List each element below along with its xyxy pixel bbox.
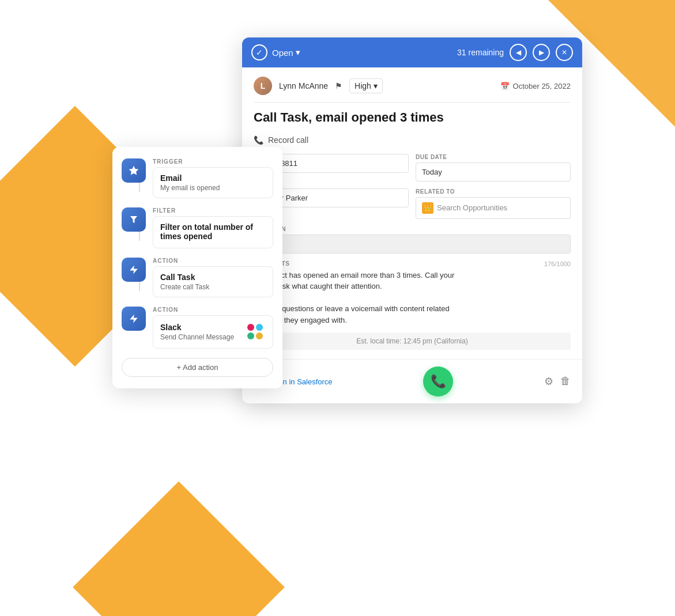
- action-slack-content: ACTION Slack Send Channel Message: [153, 307, 273, 349]
- meta-row: L Lynn McAnne ⚑ High ▾ 📅 October 25, 202…: [254, 77, 571, 103]
- action-slack-subtitle: Send Channel Message: [160, 333, 234, 341]
- duration-input[interactable]: [254, 235, 571, 254]
- action-call-content: ACTION Call Task Create call Task: [153, 258, 273, 297]
- due-date-label: DUE DATE: [416, 154, 571, 160]
- comments-count: 176/1000: [544, 260, 571, 267]
- trigger-title: Email: [160, 173, 266, 183]
- related-to-group: RELATED TO 👑 Search Opportunities: [416, 188, 571, 219]
- task-date: October 25, 2022: [513, 82, 571, 90]
- crm-card: ✓ Open ▾ 31 remaining ◀ ▶ ✕ L Lynn McAnn…: [242, 37, 582, 403]
- settings-icon[interactable]: ⚙: [544, 375, 553, 388]
- dropdown-arrow-icon: ▾: [296, 47, 300, 58]
- trigger-label: TRIGGER: [153, 158, 273, 165]
- slack-dot-red: [247, 324, 254, 331]
- record-call-row: 📞 Record call: [254, 135, 571, 145]
- comments-line4: wer any questions or leave a voicemail w…: [254, 304, 450, 313]
- calendar-icon: 📅: [500, 82, 510, 90]
- trigger-subtitle: My email is opened: [160, 184, 266, 192]
- crm-header-left: ✓ Open ▾: [251, 44, 300, 61]
- footer-icons: ⚙ 🗑: [544, 375, 571, 388]
- action-call-task-item: ACTION Call Task Create call Task: [122, 258, 273, 297]
- add-action-label: + Add action: [177, 363, 218, 372]
- date-section: 📅 October 25, 2022: [500, 82, 571, 90]
- task-title: Call Task, email opened 3 times: [254, 109, 571, 126]
- open-status-button[interactable]: Open ▾: [272, 47, 300, 58]
- trigger-content: TRIGGER Email My email is opened: [153, 158, 273, 198]
- priority-dropdown-icon: ▾: [374, 81, 378, 90]
- filter-card[interactable]: Filter on total number of times opened: [153, 216, 273, 248]
- avatar-image: L: [254, 77, 272, 95]
- call-fab-button[interactable]: 📞: [423, 366, 453, 396]
- due-date-input[interactable]: [416, 162, 571, 182]
- record-call-label: Record call: [268, 135, 308, 145]
- delete-icon[interactable]: 🗑: [560, 375, 571, 388]
- bg-shape-bottom: [73, 481, 285, 616]
- due-date-group: DUE DATE: [416, 154, 571, 182]
- add-action-button[interactable]: + Add action: [122, 358, 273, 377]
- slack-dot-blue: [256, 324, 263, 331]
- slack-logo: [245, 322, 266, 342]
- contact-related-row: RELATED TO 👑 Search Opportunities: [254, 188, 571, 219]
- local-time-text: Est. local time: 12:45 pm (California): [356, 337, 467, 345]
- crm-footer: ☁ Open in Salesforce 📞 ⚙ 🗑: [242, 359, 582, 403]
- action-call-icon-wrap: [122, 258, 146, 282]
- filter-icon-wrap: [122, 207, 146, 232]
- crm-header: ✓ Open ▾ 31 remaining ◀ ▶ ✕: [242, 37, 582, 67]
- action-slack-item: ACTION Slack Send Channel Message: [122, 307, 273, 349]
- local-time-bar: Est. local time: 12:45 pm (California): [254, 332, 571, 350]
- filter-label: FILTER: [153, 207, 273, 214]
- next-button[interactable]: ▶: [533, 44, 550, 61]
- trigger-card[interactable]: Email My email is opened: [153, 167, 273, 198]
- connector-1: [139, 183, 140, 192]
- filter-content: FILTER Filter on total number of times o…: [153, 207, 273, 248]
- remaining-count: 31 remaining: [457, 48, 504, 57]
- user-name: Lynn McAnne: [279, 81, 328, 90]
- crm-body: L Lynn McAnne ⚑ High ▾ 📅 October 25, 202…: [242, 67, 582, 359]
- action-slack-card[interactable]: Slack Send Channel Message: [153, 315, 273, 349]
- close-button[interactable]: ✕: [556, 44, 573, 61]
- prev-button[interactable]: ◀: [510, 44, 527, 61]
- status-label: Open: [272, 48, 293, 58]
- action-call-card[interactable]: Call Task Create call Task: [153, 266, 273, 297]
- action-slack-icon-wrap: [122, 307, 146, 331]
- slack-dot-yellow: [256, 332, 263, 339]
- action-slack-label: ACTION: [153, 307, 273, 313]
- related-to-label: RELATED TO: [416, 188, 571, 195]
- comments-line1: r prospect has opened an email more than…: [254, 271, 454, 279]
- connector-3: [139, 282, 140, 291]
- phone-icon: 📞: [254, 135, 263, 145]
- slack-dot-green: [247, 332, 254, 339]
- check-icon: ✓: [251, 44, 267, 61]
- search-opportunities-placeholder: Search Opportunities: [437, 203, 507, 212]
- trigger-item: TRIGGER Email My email is opened: [122, 158, 273, 198]
- avatar: L: [254, 77, 272, 95]
- filter-title: Filter on total number of times opened: [160, 222, 266, 241]
- call-fab-icon: 📞: [431, 374, 446, 389]
- duration-row: DURATION: [254, 226, 571, 254]
- filter-item: FILTER Filter on total number of times o…: [122, 207, 273, 248]
- slack-dots: [247, 324, 263, 340]
- comments-section: COMMENTS 176/1000 r prospect has opened …: [254, 260, 571, 326]
- phone-duedate-row: DUE DATE: [254, 154, 571, 182]
- crm-header-right: 31 remaining ◀ ▶ ✕: [457, 44, 573, 61]
- priority-select[interactable]: High ▾: [349, 78, 383, 93]
- comments-header: COMMENTS 176/1000: [254, 260, 571, 267]
- related-to-input[interactable]: 👑 Search Opportunities: [416, 197, 571, 219]
- action-call-subtitle: Create call Task: [160, 283, 266, 291]
- trigger-icon-wrap: [122, 158, 146, 183]
- opportunity-icon: 👑: [422, 202, 433, 214]
- flag-icon: ⚑: [335, 81, 342, 90]
- action-call-label: ACTION: [153, 258, 273, 264]
- comments-text: r prospect has opened an email more than…: [254, 270, 571, 326]
- action-slack-title: Slack: [160, 323, 234, 332]
- connector-2: [139, 232, 140, 241]
- duration-label: DURATION: [254, 226, 571, 232]
- automation-panel: TRIGGER Email My email is opened FILTER …: [112, 147, 282, 388]
- duration-group: DURATION: [254, 226, 571, 254]
- action-call-title: Call Task: [160, 273, 266, 282]
- priority-value: High: [355, 81, 371, 90]
